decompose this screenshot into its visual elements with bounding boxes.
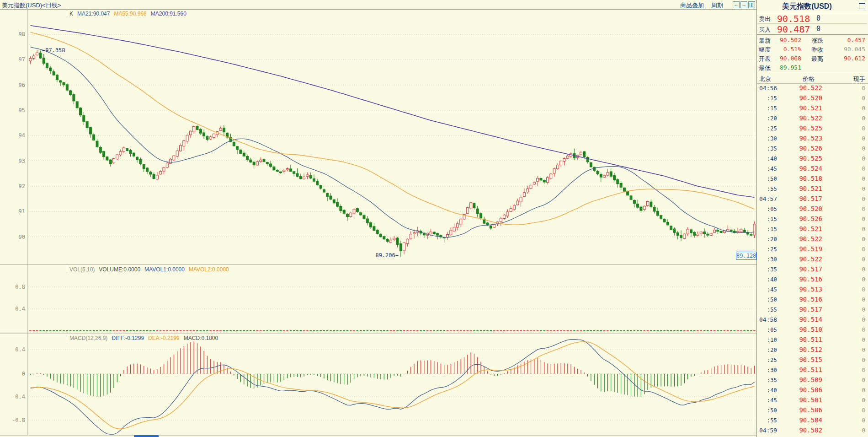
stat-label: 昨收: [811, 46, 823, 54]
tick-volume: 0: [862, 135, 865, 142]
main-ma-segment-0: K: [69, 11, 73, 17]
tick-price: 90.519: [799, 245, 822, 253]
vol-axis-label: 0.8: [15, 284, 25, 290]
tick-price: 90.511: [799, 336, 822, 343]
tick-time: :20: [767, 347, 777, 353]
tick-price: 90.517: [799, 195, 822, 202]
macd-axis-label: -0.4: [12, 394, 25, 400]
tick-time: :55: [767, 186, 777, 192]
tick-price: 90.526: [799, 145, 822, 152]
tick-time: :45: [767, 286, 777, 293]
tick-row: :4590.5010: [757, 395, 868, 405]
tick-volume: 0: [862, 306, 865, 313]
tick-row: :2590.5250: [757, 123, 868, 133]
stat-row-3: 最低89.951: [757, 63, 868, 72]
bid-price: 90.487: [777, 24, 810, 35]
horizontal-scrollbar-thumb[interactable]: [134, 435, 159, 437]
tick-list-header: 北京 价格 现手: [757, 74, 868, 83]
tick-price: 90.523: [799, 135, 822, 142]
price-axis-label: 94: [19, 132, 25, 139]
tick-price: 90.518: [799, 175, 822, 182]
tick-volume: 0: [862, 155, 865, 162]
tick-price: 90.517: [799, 265, 822, 273]
tick-price: 90.506: [799, 406, 822, 414]
tick-price: 90.522: [799, 235, 822, 243]
ask-row[interactable]: 卖出 90.518 0: [757, 13, 868, 24]
tick-volume: 0: [862, 296, 865, 303]
tick-header-time: 北京: [759, 75, 771, 83]
tick-volume: 0: [862, 85, 865, 92]
prev-symbol-icon[interactable]: ←: [733, 1, 740, 8]
tick-time: :25: [767, 246, 777, 253]
quote-panel-title: 美元指数(USD): [757, 2, 857, 11]
tick-row: :5090.5160: [757, 294, 868, 304]
tick-row: 04:5890.5140: [757, 314, 868, 324]
tick-time: 04:57: [759, 195, 777, 202]
divider: [757, 34, 868, 35]
tick-row: :4090.5060: [757, 385, 868, 395]
tick-price: 90.522: [799, 255, 822, 263]
window-restore-icon[interactable]: [859, 3, 865, 9]
period-link[interactable]: 周期: [711, 1, 723, 10]
tick-row: 04:5790.5170: [757, 194, 868, 204]
tick-volume: 0: [862, 105, 865, 112]
tick-time: :05: [767, 327, 777, 333]
bid-row[interactable]: 买入 90.487 0: [757, 24, 868, 34]
quote-stats: 最新90.502涨跌0.457幅度0.51%昨收90.045开盘90.068最高…: [757, 35, 868, 72]
tick-volume: 0: [862, 125, 865, 132]
macd-axis-label: 0: [22, 371, 25, 377]
tick-row: :4590.5240: [757, 163, 868, 173]
tick-price: 90.515: [799, 356, 822, 363]
divider: [757, 73, 868, 73]
tick-time: :55: [767, 417, 777, 424]
tick-time: :15: [767, 105, 777, 112]
tick-volume: 0: [862, 216, 865, 222]
bid-label: 买入: [759, 26, 771, 34]
vol-segment-2: MAVOL1:0.0000: [144, 266, 185, 273]
overlay-link[interactable]: 商品叠加: [680, 1, 704, 10]
tick-volume: 0: [862, 205, 865, 212]
tick-row: :4090.5250: [757, 153, 868, 163]
tick-price: 90.517: [799, 306, 822, 313]
tick-volume: 0: [862, 195, 865, 202]
stat-value: 0.457: [847, 37, 865, 43]
tick-volume: 0: [862, 367, 865, 373]
tick-row: :1590.5260: [757, 214, 868, 224]
price-chart-canvas[interactable]: 9897969594939291900.80.40.40-0.4-0.8: [0, 0, 756, 437]
tick-list[interactable]: 04:5690.5220:1590.5200:1590.5210:2090.52…: [757, 83, 868, 437]
tick-volume: 0: [862, 175, 865, 182]
ask-price: 90.518: [777, 13, 810, 24]
next-symbol-icon[interactable]: →: [740, 1, 747, 8]
macd-segment-1: DIFF:-0.1299: [112, 335, 144, 341]
stat-value: 89.951: [780, 64, 801, 71]
tick-row: :3590.5170: [757, 264, 868, 274]
tick-price: 90.521: [799, 104, 822, 112]
tick-time: :20: [767, 115, 777, 122]
vol-segment-0: VOL(5,10): [69, 266, 95, 273]
price-axis-label: 92: [19, 183, 25, 189]
tick-price: 90.521: [799, 185, 822, 192]
tick-row: :2090.5220: [757, 113, 868, 123]
price-axis-label: 90: [19, 234, 25, 240]
macd-segment-2: DEA:-0.2199: [148, 335, 180, 341]
price-axis-label: 91: [19, 208, 25, 215]
price-axis-label: 98: [19, 31, 25, 38]
tick-row: :2090.5220: [757, 234, 868, 244]
tick-volume: 0: [862, 276, 865, 283]
tick-row: :5090.5180: [757, 173, 868, 183]
tick-volume: 0: [862, 165, 865, 172]
main-ma-segment-2: MA55:90.966: [114, 11, 146, 17]
tick-time: :15: [767, 216, 777, 222]
tick-time: :50: [767, 297, 777, 303]
tick-volume: 0: [862, 286, 865, 293]
low-annotation: 89.206→: [375, 252, 399, 259]
stat-row-2: 开盘90.068最高90.612: [757, 54, 868, 63]
split-view-icon[interactable]: [748, 1, 755, 8]
tick-price: 90.506: [799, 386, 822, 394]
stat-label: 涨跌: [811, 37, 823, 45]
tick-price: 90.501: [799, 396, 822, 404]
tick-price: 90.511: [799, 366, 822, 373]
stat-row-1: 幅度0.51%昨收90.045: [757, 44, 868, 54]
tick-row: :2590.5150: [757, 355, 868, 365]
price-axis-label: 93: [19, 158, 25, 164]
